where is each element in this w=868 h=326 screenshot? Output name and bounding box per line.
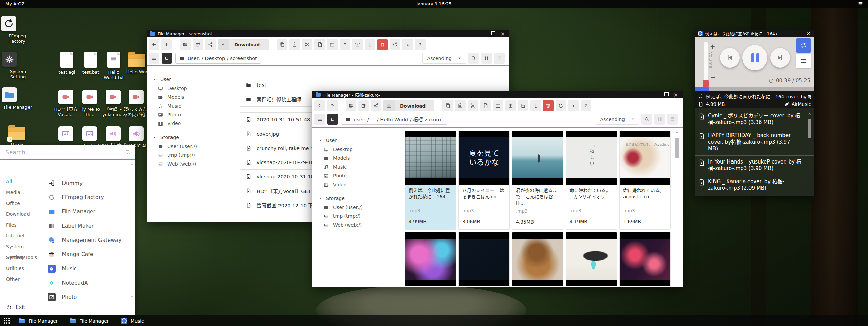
copy-button[interactable] <box>442 100 453 111</box>
maximize-button[interactable] <box>490 31 496 36</box>
scrollbar[interactable] <box>674 130 680 284</box>
music-file-tile[interactable]: 「寂しい」命に嫌われている。 _ カンザキイオリ ....mp34.19MB <box>566 131 617 230</box>
app-item-gateway[interactable]: eManagement Gateway <box>42 233 135 247</box>
app-item-filemanager[interactable]: File Manager <box>42 205 135 219</box>
category-item-utilities[interactable]: Utilities <box>0 263 42 274</box>
paste-button[interactable] <box>455 100 466 111</box>
next-track-button[interactable] <box>770 48 790 68</box>
open-button[interactable] <box>180 39 191 50</box>
sidebar-item-video[interactable]: Video <box>153 119 238 128</box>
sidebar-item-music[interactable]: Music <box>319 162 403 171</box>
paste-button[interactable] <box>289 39 300 50</box>
volume-slider[interactable] <box>704 42 708 82</box>
sidebar-group-storage[interactable]: Storage <box>153 133 238 142</box>
pause-button[interactable] <box>742 45 767 70</box>
sidebar-item-video[interactable]: Video <box>319 180 403 189</box>
search-button[interactable] <box>641 114 652 125</box>
repeat-button[interactable] <box>796 38 811 53</box>
volume-down-icon[interactable]: − <box>710 74 715 80</box>
desktop-icon[interactable]: System Setting <box>2 52 34 80</box>
minimize-button[interactable]: — <box>795 31 802 36</box>
playlist-item[interactable]: HAPPY BIRTHDAY _ back number cover. by柘榴… <box>695 129 814 156</box>
app-item-dummy[interactable]: Dummy <box>42 176 135 190</box>
grid-view-button[interactable] <box>654 114 665 125</box>
download-button[interactable]: Download <box>383 100 434 111</box>
open-new-window-button[interactable] <box>358 100 369 111</box>
sidebar-group-user[interactable]: User <box>319 136 403 145</box>
sidebar-group-storage[interactable]: Storage <box>319 194 403 203</box>
help-button[interactable]: ? <box>581 100 591 111</box>
refresh-button[interactable] <box>390 39 400 50</box>
sidebar-item-useruser[interactable]: User (user:/) <box>153 142 238 151</box>
sidebar-item-music[interactable]: Music <box>153 101 238 110</box>
search-button[interactable] <box>468 53 479 64</box>
search-input[interactable] <box>5 149 122 156</box>
playlist-scrollbar[interactable] <box>808 111 812 138</box>
archive-button[interactable] <box>352 39 363 50</box>
app-item-labelmaker[interactable]: Label Maker <box>42 219 135 233</box>
sort-order-dropdown[interactable]: Ascending <box>596 114 639 125</box>
sidebar-toggle-button[interactable] <box>314 114 325 125</box>
open-new-window-button[interactable] <box>193 39 203 50</box>
delete-button[interactable] <box>543 100 554 111</box>
scrollbar-thumb[interactable] <box>675 138 679 158</box>
player-titlebar[interactable]: 例えば、今此処に置かれた花に _ 164 c⋯ — × <box>695 30 814 37</box>
file-row[interactable]: test <box>240 78 504 92</box>
sidebar-item-photo[interactable]: Photo <box>319 171 403 180</box>
volume-up-icon[interactable]: + <box>710 43 715 50</box>
category-item-all[interactable]: All <box>0 176 42 187</box>
app-item-notepada[interactable]: NotepadA <box>42 276 135 290</box>
sidebar-group-user[interactable]: User <box>153 75 238 84</box>
playlist-menu-button[interactable] <box>796 54 811 68</box>
dark-mode-button[interactable] <box>327 114 338 125</box>
scroll-up-icon[interactable] <box>130 161 134 168</box>
list-view-button[interactable] <box>667 114 678 125</box>
category-item-internet[interactable]: Internet <box>0 230 42 241</box>
previous-track-button[interactable] <box>720 48 740 68</box>
minimize-button[interactable]: — <box>480 31 487 36</box>
rename-button[interactable] <box>365 39 375 50</box>
sidebar-item-webweb[interactable]: Web (web:/) <box>319 220 403 229</box>
playlist-item[interactable]: Cynic _ ポリスピカデリー cover. by 柘榴-zakuro-.mp… <box>695 110 814 129</box>
upload-button[interactable] <box>340 39 350 50</box>
sidebar-item-useruser[interactable]: User (user:/) <box>319 203 403 212</box>
airmusic-badge[interactable]: AirMusic <box>784 101 811 107</box>
app-item-photoapp[interactable]: Photo <box>42 290 135 301</box>
cut-button[interactable] <box>302 39 312 50</box>
music-player-window[interactable]: 例えば、今此処に置かれた花に _ 164 c⋯ — × + Volume − <box>695 30 814 196</box>
maximize-button[interactable] <box>663 92 670 97</box>
category-item-office[interactable]: Office <box>0 198 42 209</box>
category-item-download[interactable]: Download <box>0 209 42 219</box>
music-file-tile[interactable]: 吉 _ HarryP cover <box>458 232 510 287</box>
scrollbar-thumb[interactable] <box>808 119 811 138</box>
up-button[interactable] <box>327 100 338 111</box>
sidebar-item-tmptmp[interactable]: tmp (tmp:/) <box>153 151 238 159</box>
new-file-button[interactable] <box>314 39 325 50</box>
new-folder-button[interactable] <box>327 39 338 50</box>
cut-button[interactable] <box>468 100 478 111</box>
file-manager-window-zakuro[interactable]: File Manager - 柘榴-zakuro-—×Downloadi?use… <box>312 91 683 287</box>
up-button[interactable] <box>161 39 172 50</box>
sidebar-item-tmptmp[interactable]: tmp (tmp:/) <box>319 212 403 220</box>
back-button[interactable] <box>149 39 159 50</box>
back-button[interactable] <box>314 100 325 111</box>
desktop-icon[interactable]: File Manager <box>2 87 34 110</box>
refresh-button[interactable] <box>556 100 566 111</box>
playlist-item[interactable]: KING _ Kanaria cover. by 柘榴-zakuro-.mp3 … <box>695 175 814 195</box>
taskbar-item-file-manager[interactable]: File Manager <box>67 315 111 326</box>
category-item-system-tools[interactable]: System Tools <box>0 252 42 263</box>
open-button[interactable] <box>346 100 356 111</box>
topbar-menu-icon[interactable] <box>858 1 863 6</box>
help-button[interactable]: ? <box>415 39 426 50</box>
sidebar-item-photo[interactable]: Photo <box>153 110 238 119</box>
close-button[interactable]: × <box>805 30 812 37</box>
minimize-button[interactable]: — <box>653 92 660 97</box>
delete-button[interactable] <box>377 39 388 50</box>
volume-slider-thumb[interactable] <box>703 80 709 87</box>
progress-bar[interactable] <box>695 87 814 91</box>
sidebar-item-webweb[interactable]: Web (web:/) <box>153 159 238 168</box>
sidebar-item-models[interactable]: Models <box>153 93 238 101</box>
dark-mode-button[interactable] <box>162 53 172 64</box>
sort-order-dropdown[interactable]: Ascending <box>422 53 466 64</box>
music-file-tile[interactable]: 夢と葉桜 _ 青木月 <box>512 232 563 287</box>
